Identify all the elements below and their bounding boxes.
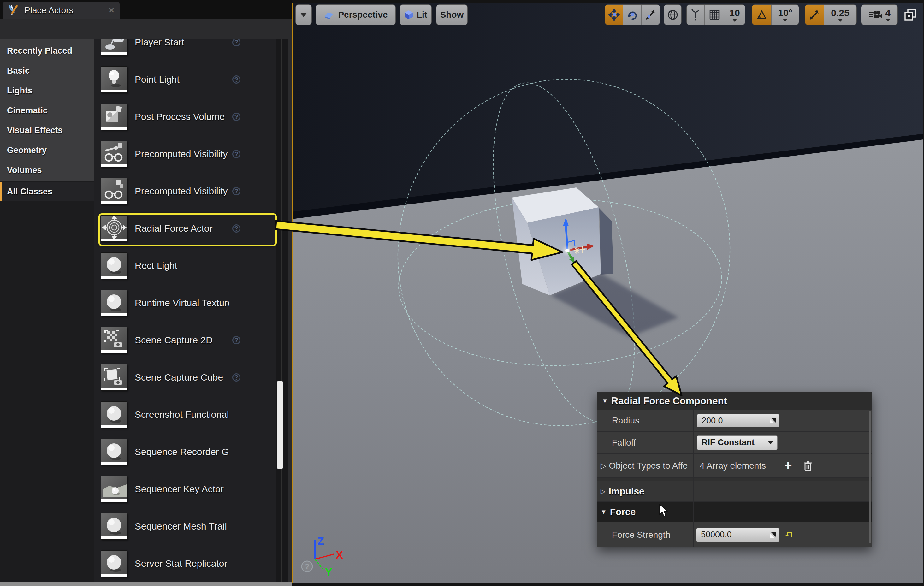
force-strength-row: Force Strength 50000.0 [597, 522, 872, 547]
force-section-header[interactable]: ▼ Force [597, 502, 872, 522]
move-tool-button[interactable] [605, 5, 623, 25]
radius-row: Radius 200.0 [597, 410, 872, 432]
object-types-row: ▷ Object Types to Affec 4 Array elements… [597, 454, 872, 478]
axis-x-label: X [336, 549, 343, 561]
falloff-label: Falloff [612, 438, 636, 448]
show-flags-button[interactable]: Show [436, 5, 468, 25]
force-strength-label: Force Strength [612, 530, 670, 540]
show-label: Show [440, 10, 464, 20]
chevron-down-icon [886, 19, 890, 22]
grid-snap-value: 10 [729, 8, 740, 18]
camera-speed-icon [868, 10, 882, 20]
lit-mode-button[interactable]: Lit [399, 5, 432, 25]
globe-icon [667, 9, 678, 20]
rotation-snap-group: 10° [752, 5, 799, 25]
delete-array-icon[interactable] [803, 460, 813, 472]
falloff-value: RIF Constant [701, 438, 768, 447]
collapsed-arrow-icon: ▷ [601, 487, 605, 495]
radius-input[interactable]: 200.0 [697, 414, 779, 427]
scale-snap-icon [809, 10, 820, 20]
chevron-down-icon [838, 19, 843, 22]
rotate-tool-button[interactable] [623, 5, 642, 25]
reset-to-default-icon[interactable] [785, 531, 793, 539]
gizmo-origin[interactable] [565, 249, 569, 253]
viewport-options-dropdown[interactable] [295, 5, 312, 25]
expand-field-icon[interactable] [770, 532, 776, 538]
chevron-down-icon [783, 19, 787, 22]
add-array-element-icon[interactable]: + [784, 457, 792, 473]
transform-tools-group [605, 5, 660, 25]
radial-force-component-panel: ▼ Radial Force Component Radius 200.0 Fa… [597, 392, 872, 547]
lit-label: Lit [417, 10, 427, 20]
surface-snap-icon [690, 9, 701, 21]
rotation-snap-value-button[interactable]: 10° [772, 5, 799, 25]
camera-speed-value: 4 [885, 8, 891, 18]
perspective-icon [323, 10, 335, 20]
scale-tool-icon [645, 9, 657, 20]
object-types-value: 4 Array elements [700, 461, 766, 471]
radius-value[interactable]: 200.0 [701, 416, 770, 426]
falloff-dropdown[interactable]: RIF Constant [697, 436, 777, 450]
move-tool-icon [608, 9, 620, 21]
scale-tool-button[interactable] [642, 5, 660, 25]
grid-snap-group: 10 [686, 5, 746, 25]
chevron-down-icon [768, 441, 774, 444]
grid-snap-value-button[interactable]: 10 [724, 5, 745, 25]
impulse-section-header[interactable]: ▷ Impulse [597, 481, 872, 502]
rotation-snap-toggle-button[interactable] [752, 5, 772, 25]
mouse-cursor [659, 504, 672, 518]
radius-label: Radius [612, 416, 639, 426]
section-title: Radial Force Component [611, 395, 727, 407]
viewport-help-icon[interactable]: ? [302, 561, 312, 572]
collapsed-arrow-icon[interactable]: ▷ [601, 461, 606, 470]
expanded-arrow-icon: ▼ [601, 508, 607, 516]
impulse-title: Impulse [609, 486, 644, 497]
chevron-down-icon [300, 13, 307, 17]
rotate-tool-icon [627, 9, 638, 20]
scale-snap-group: 0.25 [805, 5, 857, 25]
details-scrollbar[interactable] [869, 411, 871, 543]
svg-text:?: ? [305, 562, 310, 571]
lit-cube-icon [404, 10, 413, 20]
force-title: Force [610, 507, 636, 517]
expand-field-icon[interactable] [770, 418, 776, 424]
maximize-viewport-icon[interactable] [904, 8, 917, 21]
component-section-header[interactable]: ▼ Radial Force Component [597, 392, 872, 410]
expanded-arrow-icon: ▼ [602, 397, 608, 404]
camera-speed-group: 4 [861, 5, 898, 25]
axis-y-label: Y [325, 566, 332, 578]
scale-snap-toggle-button[interactable] [805, 5, 824, 25]
world-coordinate-button[interactable] [664, 5, 681, 25]
coordinate-system-group [664, 5, 681, 25]
grid-icon [709, 9, 720, 20]
rotation-snap-value: 10° [778, 8, 792, 18]
scale-snap-value-button[interactable]: 0.25 [824, 5, 856, 25]
chevron-down-icon [733, 19, 737, 22]
surface-snap-button[interactable] [687, 5, 705, 25]
grid-snap-toggle-button[interactable] [705, 5, 724, 25]
object-types-label: Object Types to Affec [609, 461, 688, 471]
falloff-row: Falloff RIF Constant [597, 432, 872, 454]
perspective-button[interactable]: Perspective [315, 5, 396, 25]
force-strength-value[interactable]: 50000.0 [701, 530, 770, 540]
force-strength-input[interactable]: 50000.0 [696, 528, 779, 542]
cube-mesh[interactable] [512, 187, 601, 295]
perspective-label: Perspective [338, 10, 388, 20]
camera-speed-button[interactable]: 4 [861, 5, 898, 25]
angle-snap-icon [756, 10, 767, 20]
axis-z-label: Z [317, 535, 324, 547]
scale-snap-value: 0.25 [831, 8, 849, 18]
